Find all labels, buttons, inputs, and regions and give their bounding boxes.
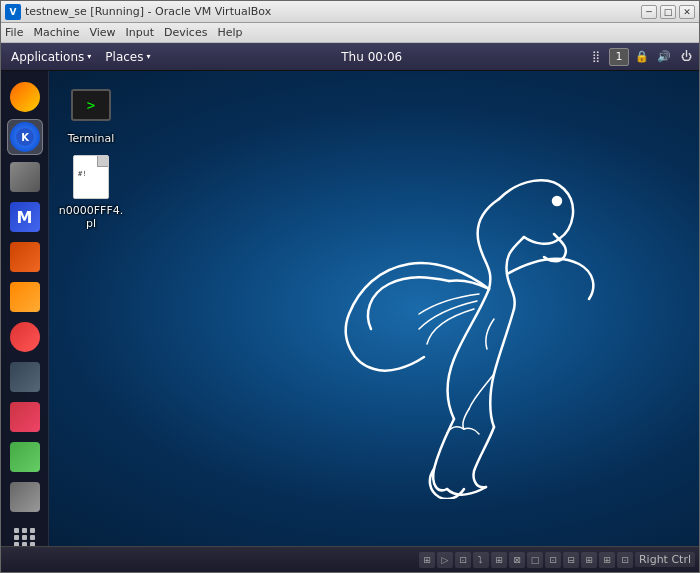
dock-item-recon[interactable] bbox=[7, 239, 43, 275]
workspace-number: 1 bbox=[616, 50, 623, 63]
dock-item-faraday[interactable] bbox=[7, 399, 43, 435]
desktop: K M bbox=[1, 71, 699, 546]
menu-devices[interactable]: Devices bbox=[164, 26, 207, 39]
clock-text: Thu 00:06 bbox=[341, 50, 402, 64]
menu-help[interactable]: Help bbox=[217, 26, 242, 39]
applications-label: Applications bbox=[11, 50, 84, 64]
desktop-icon-file[interactable]: #! n0000FFF4. pl bbox=[56, 153, 126, 230]
bottom-bar-right: ⊞ ▷ ⊡ ⤵ ⊞ ⊠ □ ⊡ ⊟ ⊞ ⊞ ⊡ Right Ctrl bbox=[419, 552, 695, 568]
title-bar: V testnew_se [Running] - Oracle VM Virtu… bbox=[1, 1, 699, 23]
menu-view[interactable]: View bbox=[89, 26, 115, 39]
settings-icon bbox=[10, 482, 40, 512]
status-icon-4: ⤵ bbox=[473, 552, 489, 568]
file-icon-label: n0000FFF4. pl bbox=[59, 204, 123, 230]
menu-input[interactable]: Input bbox=[126, 26, 154, 39]
status-icon-3: ⊡ bbox=[455, 552, 471, 568]
sidebar-dock: K M bbox=[1, 71, 49, 546]
terminal-icon-shape bbox=[71, 89, 111, 121]
chat-icon bbox=[10, 442, 40, 472]
gnome-top-panel: Applications ▾ Places ▾ Thu 00:06 ⣿ 1 🔒 … bbox=[1, 43, 699, 71]
vm-bottom-bar: ⊞ ▷ ⊡ ⤵ ⊞ ⊠ □ ⊡ ⊟ ⊞ ⊞ ⊡ Right Ctrl bbox=[1, 546, 699, 572]
status-icon-5: ⊞ bbox=[491, 552, 507, 568]
dock-item-settings[interactable] bbox=[7, 479, 43, 515]
appgrid-icon bbox=[10, 522, 40, 546]
status-icon-9: ⊟ bbox=[563, 552, 579, 568]
firefox-icon bbox=[10, 82, 40, 112]
status-icon-10: ⊞ bbox=[581, 552, 597, 568]
window-controls: ─ □ ✕ bbox=[641, 5, 695, 19]
status-icon-7: □ bbox=[527, 552, 543, 568]
panel-clock: Thu 00:06 bbox=[157, 50, 588, 64]
dock-item-files[interactable] bbox=[7, 159, 43, 195]
terminal-icon-label: Terminal bbox=[68, 132, 115, 145]
volume-icon[interactable]: 🔊 bbox=[655, 48, 673, 66]
maltego-icon: M bbox=[10, 202, 40, 232]
status-icon-12: ⊡ bbox=[617, 552, 633, 568]
svg-text:K: K bbox=[21, 132, 30, 143]
dock-item-maltego[interactable]: M bbox=[7, 199, 43, 235]
faraday-icon bbox=[10, 402, 40, 432]
close-button[interactable]: ✕ bbox=[679, 5, 695, 19]
places-chevron: ▾ bbox=[146, 52, 150, 61]
panel-left: Applications ▾ Places ▾ bbox=[5, 48, 157, 66]
file-icon-text: #! bbox=[76, 158, 88, 180]
places-label: Places bbox=[105, 50, 143, 64]
dock-item-radare[interactable] bbox=[7, 319, 43, 355]
dock-item-terminal[interactable]: K bbox=[7, 119, 43, 155]
dock-item-firefox[interactable] bbox=[7, 79, 43, 115]
applications-chevron: ▾ bbox=[87, 52, 91, 61]
status-icon-6: ⊠ bbox=[509, 552, 525, 568]
applications-menu[interactable]: Applications ▾ bbox=[5, 48, 97, 66]
status-icon-8: ⊡ bbox=[545, 552, 561, 568]
terminal-icon-image bbox=[67, 81, 115, 129]
dock-item-burp[interactable] bbox=[7, 279, 43, 315]
power-icon[interactable]: ⏻ bbox=[677, 48, 695, 66]
svg-point-2 bbox=[553, 197, 561, 205]
recon-icon bbox=[10, 242, 40, 272]
right-ctrl-label: Right Ctrl bbox=[635, 552, 695, 567]
virtualbox-window: V testnew_se [Running] - Oracle VM Virtu… bbox=[0, 0, 700, 573]
file-icon-image: #! bbox=[67, 153, 115, 201]
desktop-icon-terminal[interactable]: Terminal bbox=[56, 81, 126, 145]
dock-item-chat[interactable] bbox=[7, 439, 43, 475]
burp-icon bbox=[10, 282, 40, 312]
panel-right: ⣿ 1 🔒 🔊 ⏻ bbox=[587, 48, 695, 66]
status-icon-1: ⊞ bbox=[419, 552, 435, 568]
vbox-icon: V bbox=[5, 4, 21, 20]
audio-settings-icon[interactable]: 🔒 bbox=[633, 48, 651, 66]
kali-dragon bbox=[279, 119, 619, 499]
metasploit-icon bbox=[10, 362, 40, 392]
network-icon: ⣿ bbox=[587, 48, 605, 66]
minimize-button[interactable]: ─ bbox=[641, 5, 657, 19]
radare-icon bbox=[10, 322, 40, 352]
host-menu-bar: File Machine View Input Devices Help bbox=[1, 23, 699, 43]
desktop-icons-area: Terminal #! n0000FFF4. pl bbox=[56, 81, 126, 231]
maximize-button[interactable]: □ bbox=[660, 5, 676, 19]
menu-machine[interactable]: Machine bbox=[33, 26, 79, 39]
menu-file[interactable]: File bbox=[5, 26, 23, 39]
window-title: testnew_se [Running] - Oracle VM Virtual… bbox=[25, 5, 641, 18]
dock-item-metasploit[interactable] bbox=[7, 359, 43, 395]
places-menu[interactable]: Places ▾ bbox=[99, 48, 156, 66]
file-icon-shape: #! bbox=[73, 155, 109, 199]
status-icon-11: ⊞ bbox=[599, 552, 615, 568]
status-icon-2: ▷ bbox=[437, 552, 453, 568]
dock-item-appgrid[interactable] bbox=[7, 519, 43, 546]
vm-content: Applications ▾ Places ▾ Thu 00:06 ⣿ 1 🔒 … bbox=[1, 43, 699, 572]
workspace-badge[interactable]: 1 bbox=[609, 48, 629, 66]
files-icon bbox=[10, 162, 40, 192]
kali-icon: K bbox=[10, 122, 40, 152]
